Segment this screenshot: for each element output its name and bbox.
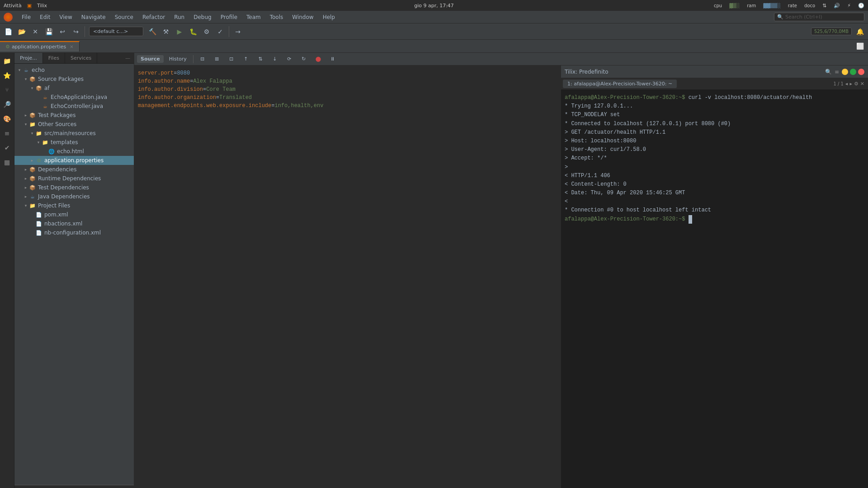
editor-tool-4[interactable]: ↑ <box>240 53 252 66</box>
menu-edit[interactable]: Edit <box>36 12 54 22</box>
tree-dependencies[interactable]: ▸ 📦 Dependencies <box>14 165 134 174</box>
editor-tool-9[interactable]: ⬤ <box>312 53 325 66</box>
panel-tab-services[interactable]: Services <box>65 53 97 63</box>
tasks-btn[interactable]: ✔ <box>1 141 14 154</box>
panel-collapse-btn[interactable]: — <box>122 53 134 63</box>
panel-tab-projects[interactable]: Proje... <box>14 53 43 63</box>
tree-project-files[interactable]: ▾ 📁 Project Files <box>14 201 134 210</box>
source-tab-btn[interactable]: Source <box>137 55 164 63</box>
build-btn[interactable]: 🔨 <box>146 25 159 38</box>
tree-test-deps[interactable]: ▸ 📦 Test Dependencies <box>14 183 134 192</box>
menu-help[interactable]: Help <box>319 12 339 22</box>
step-over-btn[interactable]: → <box>231 25 244 38</box>
test-btn[interactable]: ✓ <box>214 25 226 38</box>
editor-tool-2[interactable]: ⊞ <box>211 53 223 66</box>
tree-test-packages[interactable]: ▸ 📦 Test Packages <box>14 111 134 120</box>
properties-btn[interactable]: ≡ <box>1 127 14 140</box>
favorites-btn[interactable]: ⭐ <box>1 69 14 82</box>
tree-label-pom: pom.xml <box>44 211 68 218</box>
terminal-menu-icon[interactable]: ≡ <box>835 69 839 75</box>
terminal-search-icon[interactable]: 🔍 <box>825 69 832 75</box>
find-next-btn[interactable]: ▸ <box>849 81 852 87</box>
open-project-btn[interactable]: 📂 <box>15 25 28 38</box>
tree-echo-application[interactable]: ☕ EchoApplication.java <box>14 93 134 102</box>
tree-source-packages[interactable]: ▾ 📦 Source Packages <box>14 75 134 84</box>
project-dropdown[interactable]: <default c...> <box>89 27 143 36</box>
tree-root-echo[interactable]: ▾ ☕ echo <box>14 66 134 75</box>
tree-runtime-deps[interactable]: ▸ 📦 Runtime Dependencies <box>14 174 134 183</box>
git-btn[interactable]: ⑂ <box>1 84 14 96</box>
tree-other-sources[interactable]: ▾ 📁 Other Sources <box>14 120 134 129</box>
find-prev-btn[interactable]: ◂ <box>845 81 848 87</box>
test-results-btn[interactable]: ▦ <box>1 156 14 169</box>
app-logo <box>4 13 13 22</box>
menu-navigate[interactable]: Navigate <box>78 12 109 22</box>
code-editor[interactable]: server.port=8080 info.author.name=Alex F… <box>134 66 561 488</box>
memory-indicator[interactable]: 525,6/770,0MB <box>811 28 852 35</box>
menu-file[interactable]: File <box>18 12 34 22</box>
editor-tool-8[interactable]: ↻ <box>297 53 310 66</box>
tree-echo-html[interactable]: 🌐 echo.html <box>14 147 134 156</box>
redo-btn[interactable]: ↪ <box>70 25 82 38</box>
terminal-tab-1[interactable]: 1: afalappa@Alex-Precision-Tower-3620: ~ <box>563 80 677 88</box>
menu-window[interactable]: Window <box>288 12 317 22</box>
history-tab-btn[interactable]: History <box>165 55 190 63</box>
tree-af-package[interactable]: ▾ 📦 af <box>14 84 134 93</box>
menu-source[interactable]: Source <box>111 12 137 22</box>
tree-nbactions-xml[interactable]: 📄 nbactions.xml <box>14 219 134 228</box>
projects-sidebar-btn[interactable]: 📁 <box>1 55 14 67</box>
menu-team[interactable]: Team <box>243 12 264 22</box>
clean-btn[interactable]: ⚒ <box>160 25 172 38</box>
save-btn[interactable]: 💾 <box>42 25 55 38</box>
terminal-line-6: > Host: localhost:8080 <box>565 137 864 145</box>
debug-btn[interactable]: 🐛 <box>187 25 199 38</box>
tab-application-properties[interactable]: ⚙ application.properties ✕ <box>0 41 80 52</box>
editor-tool-1[interactable]: ⊟ <box>196 53 209 66</box>
menu-view[interactable]: View <box>56 12 75 22</box>
menu-run[interactable]: Run <box>170 12 188 22</box>
tree-nb-config-xml[interactable]: 📄 nb-configuration.xml <box>14 228 134 237</box>
editor-tool-6[interactable]: ↓ <box>269 53 281 66</box>
editor-area: Source History ⊟ ⊞ ⊡ ↑ ⇅ ↓ ⟳ ↻ ⬤ ⏸ serve… <box>134 53 868 488</box>
app-name-label[interactable]: Tilix <box>37 3 47 9</box>
terminal-line-3: * TCP_NODELAY set <box>565 111 864 119</box>
run-btn[interactable]: ▶ <box>173 25 186 38</box>
terminal-body[interactable]: afalappa@Alex-Precision-Tower-3620:~$ cu… <box>561 90 868 488</box>
find-close-btn[interactable]: ✕ <box>860 81 864 87</box>
editor-tool-3[interactable]: ⊡ <box>225 53 238 66</box>
terminal-maximize-btn[interactable] <box>850 69 856 75</box>
tree-application-properties[interactable]: ▸ ⚙ application.properties <box>14 156 134 165</box>
xml-icon-pom: 📄 <box>35 211 42 218</box>
code-line-6: info.author.organization=Translated <box>138 94 557 102</box>
editor-tool-7[interactable]: ⟳ <box>283 53 296 66</box>
terminal-minimize-btn[interactable] <box>842 69 848 75</box>
find-settings-btn[interactable]: ⚙ <box>854 81 859 87</box>
close-btn[interactable]: ✕ <box>29 25 42 38</box>
tree-pom-xml[interactable]: 📄 pom.xml <box>14 210 134 219</box>
search-box[interactable]: 🔍 Search (Ctrl+I) <box>774 13 864 21</box>
tree-label-java-deps: Java Dependencies <box>38 193 90 200</box>
menu-profile[interactable]: Profile <box>217 12 241 22</box>
search-icon: 🔍 <box>777 14 783 20</box>
tree-templates[interactable]: ▾ 📁 templates <box>14 138 134 147</box>
palette-btn[interactable]: 🎨 <box>1 113 14 125</box>
inspector-btn[interactable]: 🔎 <box>1 98 14 111</box>
restore-window-btn[interactable]: ⬜ <box>854 40 866 52</box>
new-project-btn[interactable]: 📄 <box>2 25 14 38</box>
profile-btn[interactable]: ⚙ <box>200 25 213 38</box>
activities-label[interactable]: Attività <box>4 3 22 9</box>
menu-debug[interactable]: Debug <box>190 12 215 22</box>
tree-echo-controller[interactable]: ☕ EchoController.java <box>14 102 134 111</box>
tree-src-main-resources[interactable]: ▾ 📁 src/main/resources <box>14 129 134 138</box>
terminal-close-btn[interactable] <box>858 69 864 75</box>
editor-tool-10[interactable]: ⏸ <box>326 53 339 66</box>
tree-java-deps[interactable]: ▸ ☕ Java Dependencies <box>14 192 134 201</box>
menu-tools[interactable]: Tools <box>266 12 287 22</box>
tab-close-btn[interactable]: ✕ <box>70 44 73 49</box>
notifications-btn[interactable]: 🔔 <box>854 25 866 38</box>
undo-btn[interactable]: ↩ <box>56 25 69 38</box>
panel-tab-files[interactable]: Files <box>43 53 65 63</box>
editor-tool-5[interactable]: ⇅ <box>254 53 267 66</box>
file-tree-hscroll[interactable] <box>14 485 134 488</box>
menu-refactor[interactable]: Refactor <box>139 12 169 22</box>
